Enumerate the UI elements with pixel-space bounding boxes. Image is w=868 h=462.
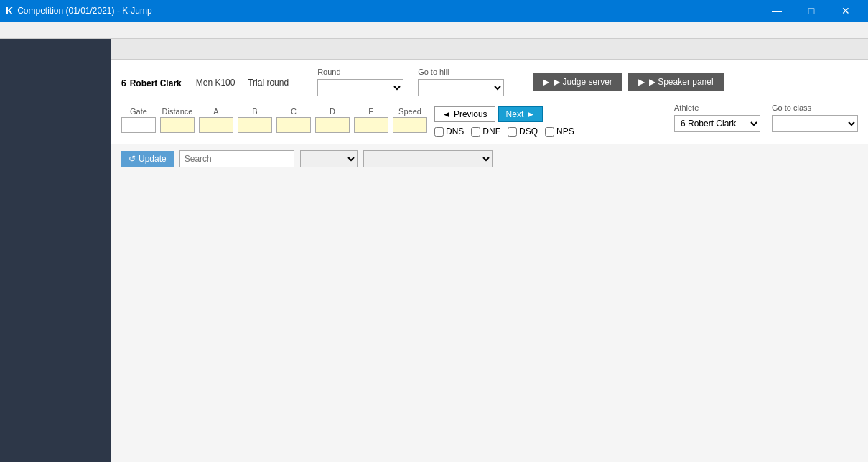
judge-b-label: B	[252, 107, 257, 116]
titlebar-controls: — □ ✕	[760, 0, 862, 22]
athlete-ctrl-group: Athlete 6 Robert Clark	[674, 103, 760, 132]
nps-label: NPS	[556, 126, 574, 137]
dns-label: DNS	[446, 126, 464, 137]
speed-group: Speed	[393, 107, 427, 133]
content-area: 6 Robert Clark Men K100 Trial round Roun…	[111, 39, 868, 462]
jump-round: Trial round	[248, 78, 289, 88]
checkboxes: DNS DNF DSQ	[434, 126, 574, 137]
jump-athlete-title: 6 Robert Clark	[121, 75, 182, 90]
dns-checkbox[interactable]	[434, 127, 444, 137]
judge-a-label: A	[213, 107, 218, 116]
jump-name: Robert Clark	[130, 78, 182, 88]
nps-checkbox-label[interactable]: NPS	[545, 126, 574, 137]
jump-class-round: Men K100 Trial round	[196, 75, 289, 88]
go-to-class-select[interactable]	[772, 115, 858, 132]
gate-group: Gate	[121, 107, 156, 133]
next-button[interactable]: Next ►	[498, 106, 543, 122]
athlete-select[interactable]: 6 Robert Clark	[674, 115, 760, 132]
judge-e-label: E	[368, 107, 373, 116]
jump-header: 6 Robert Clark Men K100 Trial round Roun…	[121, 68, 858, 96]
round-select[interactable]	[317, 79, 403, 96]
go-to-hill-select[interactable]	[418, 79, 504, 96]
tabs-bar	[111, 39, 868, 60]
next-icon: ►	[526, 109, 535, 119]
speed-label: Speed	[398, 107, 421, 116]
sidebar	[0, 39, 111, 462]
judge-server-button[interactable]: ▶ ▶ Judge server	[533, 73, 622, 91]
nav-cb-group: ◄ ◄ Previous Previous Next ►	[434, 103, 574, 137]
app-icon: K	[6, 5, 13, 17]
judge-d-label: D	[330, 107, 335, 116]
filter-select[interactable]	[300, 150, 358, 167]
judge-a-input[interactable]	[199, 117, 233, 133]
speaker-panel-icon: ▶	[638, 77, 645, 87]
nav-buttons: ◄ ◄ Previous Previous Next ►	[434, 106, 574, 122]
judge-e-group: E	[354, 107, 388, 133]
main-layout: 6 Robert Clark Men K100 Trial round Roun…	[0, 39, 868, 462]
dsq-label: DSQ	[519, 126, 538, 137]
update-label: Update	[139, 154, 167, 164]
round-label: Round	[317, 68, 403, 76]
judge-server-label: ▶ Judge server	[554, 77, 612, 87]
app-title: Competition (01/01/2021) - K-Jump	[17, 6, 151, 16]
judge-c-label: C	[291, 107, 297, 116]
titlebar: K Competition (01/01/2021) - K-Jump — □ …	[0, 0, 868, 22]
judge-e-input[interactable]	[354, 117, 388, 133]
judge-d-group: D	[315, 107, 350, 133]
dsq-checkbox-label[interactable]: DSQ	[508, 126, 538, 137]
round-controls: Round Go to hill	[317, 68, 504, 96]
go-to-hill-ctrl-group: Go to hill	[418, 68, 504, 96]
jump-controls-row: Gate Distance A B	[121, 103, 858, 137]
dnf-checkbox[interactable]	[471, 127, 480, 137]
go-to-hill-label: Go to hill	[418, 68, 504, 76]
refresh-icon: ↺	[129, 154, 136, 164]
speaker-panel-label: ▶ Speaker panel	[649, 77, 714, 87]
jump-class: Men K100	[196, 78, 235, 88]
judge-server-icon: ▶	[543, 77, 549, 87]
judge-a-group: A	[199, 107, 233, 133]
dnf-label: DNF	[482, 126, 500, 137]
judge-b-group: B	[238, 107, 272, 133]
close-button[interactable]: ✕	[829, 0, 862, 22]
distance-label: Distance	[162, 107, 193, 116]
jump-panel: 6 Robert Clark Men K100 Trial round Roun…	[111, 60, 868, 144]
minimize-button[interactable]: —	[760, 0, 793, 22]
dnf-checkbox-label[interactable]: DNF	[471, 126, 500, 137]
table-toolbar: ↺ Update	[121, 150, 858, 167]
judge-b-input[interactable]	[238, 117, 272, 133]
titlebar-left: K Competition (01/01/2021) - K-Jump	[6, 5, 152, 17]
go-to-class-label: Go to class	[772, 103, 858, 112]
menubar	[0, 22, 868, 39]
gate-input[interactable]	[121, 117, 156, 133]
action-buttons: ▶ ▶ Judge server ▶ ▶ Speaker panel	[533, 73, 723, 91]
dns-checkbox-label[interactable]: DNS	[434, 126, 464, 137]
distance-group: Distance	[160, 107, 195, 133]
speed-input[interactable]	[393, 117, 427, 133]
dsq-checkbox[interactable]	[508, 127, 517, 137]
speaker-panel-button[interactable]: ▶ ▶ Speaker panel	[628, 73, 724, 91]
nps-checkbox[interactable]	[545, 127, 554, 137]
round-filter-select[interactable]	[363, 150, 493, 167]
judge-c-group: C	[276, 107, 311, 133]
prev-icon: ◄	[442, 109, 451, 119]
update-button[interactable]: ↺ Update	[121, 151, 174, 167]
judge-c-input[interactable]	[276, 117, 311, 133]
athlete-class-controls: Athlete 6 Robert Clark Go to class	[674, 103, 858, 132]
search-input[interactable]	[179, 150, 294, 167]
judge-d-input[interactable]	[315, 117, 350, 133]
distance-input[interactable]	[160, 117, 195, 133]
jump-inputs: Gate Distance A B	[121, 103, 660, 137]
table-area: ↺ Update	[111, 144, 868, 462]
athlete-ctrl-label: Athlete	[674, 103, 760, 112]
previous-button[interactable]: ◄ ◄ Previous Previous	[434, 106, 495, 122]
go-to-class-ctrl-group: Go to class	[772, 103, 858, 132]
round-ctrl-group: Round	[317, 68, 403, 96]
maximize-button[interactable]: □	[795, 0, 828, 22]
gate-label: Gate	[130, 107, 147, 116]
jump-bib: 6	[121, 78, 126, 88]
